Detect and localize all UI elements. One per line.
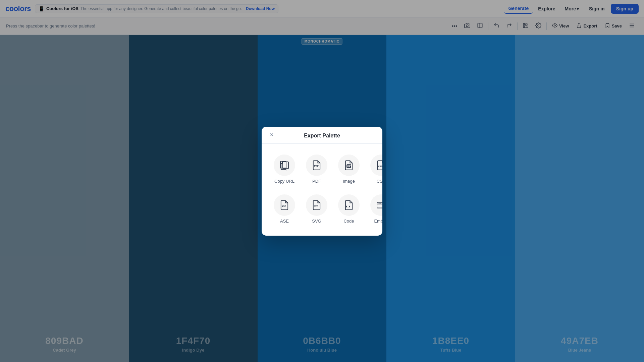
modal-overlay[interactable]: × Export Palette — [0, 0, 644, 362]
css-icon-wrap: CSS — [370, 155, 382, 176]
export-code[interactable]: Code — [335, 192, 362, 226]
code-icon — [343, 199, 355, 211]
code-label: Code — [343, 219, 354, 224]
ase-label: ASE — [280, 219, 289, 224]
export-grid: Copy URL PDF PDF — [271, 152, 373, 226]
image-label: Image — [343, 179, 355, 184]
modal-title: Export Palette — [304, 133, 340, 139]
css-label: CSS — [377, 179, 382, 184]
embed-icon-wrap — [370, 194, 382, 216]
svg-text:PDF: PDF — [314, 165, 319, 167]
export-copy-url[interactable]: Copy URL — [271, 152, 298, 186]
svg-point-21 — [379, 203, 380, 203]
modal-header: × Export Palette — [262, 127, 382, 144]
copy-url-label: Copy URL — [274, 179, 294, 184]
svg-text:ASE: ASE — [282, 205, 286, 207]
svg-text:SVG: SVG — [314, 205, 318, 207]
copy-url-icon — [279, 160, 290, 171]
export-svg[interactable]: SVG SVG — [303, 192, 330, 226]
ase-icon: ASE — [279, 199, 290, 211]
export-ase[interactable]: ASE ASE — [271, 192, 298, 226]
modal-close-button[interactable]: × — [267, 130, 276, 140]
copy-url-icon-wrap — [274, 155, 295, 176]
css-icon: CSS — [375, 160, 382, 171]
svg-point-22 — [380, 203, 381, 203]
pdf-label: PDF — [312, 179, 321, 184]
svg-rect-9 — [283, 162, 288, 168]
export-image[interactable]: Image — [335, 152, 362, 186]
modal-body: Copy URL PDF PDF — [262, 144, 382, 236]
pdf-icon: PDF — [311, 160, 322, 171]
embed-label: Embed — [374, 219, 382, 224]
svg-point-20 — [378, 203, 378, 203]
svg-text:CSS: CSS — [378, 165, 383, 167]
export-css[interactable]: CSS CSS — [368, 152, 382, 186]
export-embed[interactable]: Embed — [368, 192, 382, 226]
svg-icon: SVG — [311, 199, 322, 211]
svg-point-14 — [347, 165, 348, 166]
svg-label: SVG — [312, 219, 321, 224]
embed-icon — [375, 199, 382, 211]
pdf-icon-wrap: PDF — [306, 155, 327, 176]
ase-icon-wrap: ASE — [274, 194, 295, 216]
export-modal: × Export Palette — [262, 127, 382, 236]
image-icon-wrap — [338, 155, 360, 176]
image-icon — [343, 160, 355, 171]
export-pdf[interactable]: PDF PDF — [303, 152, 330, 186]
code-icon-wrap — [338, 194, 360, 216]
svg-icon-wrap: SVG — [306, 194, 327, 216]
